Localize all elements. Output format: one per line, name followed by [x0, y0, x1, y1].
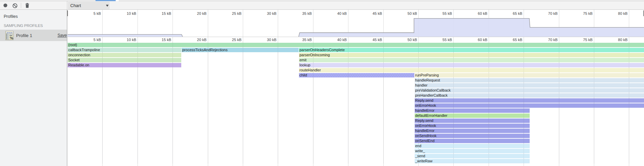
svg-text:%: %	[10, 36, 13, 40]
